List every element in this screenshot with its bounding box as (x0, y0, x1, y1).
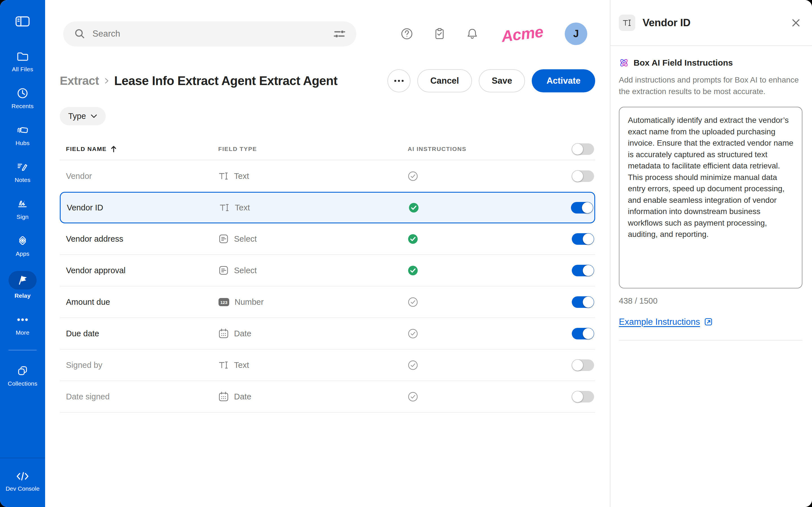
table-row[interactable]: Date signed Date (60, 381, 595, 413)
column-header-field-type[interactable]: FIELD TYPE (218, 146, 408, 152)
field-type-icon (218, 171, 229, 181)
svg-text:123: 123 (220, 300, 227, 304)
search-bar (63, 21, 356, 47)
field-type-icon (218, 233, 229, 244)
type-filter-dropdown[interactable]: Type (60, 107, 106, 125)
header-icons: Acme J (400, 22, 595, 45)
panel-title: Vendor ID (643, 17, 691, 29)
field-name: Vendor approval (66, 266, 218, 275)
table-row[interactable]: Vendor ID Text (60, 192, 595, 223)
field-name: Amount due (66, 297, 218, 307)
panel-body: Box AI Field Instructions Add instructio… (610, 46, 812, 341)
field-type: Text (218, 171, 408, 181)
sidebar-item-dev-console[interactable]: Dev Console (0, 458, 45, 507)
sidebar-item-hubs[interactable]: Hubs (0, 123, 45, 147)
field-enabled-toggle[interactable] (572, 359, 594, 371)
field-type-icon: 123 (218, 298, 230, 306)
ai-instructions-status (408, 360, 561, 371)
field-name: Vendor ID (67, 203, 219, 212)
external-link-icon (704, 318, 713, 327)
example-instructions-link[interactable]: Example Instructions (619, 317, 713, 327)
ai-instructions-status (408, 297, 561, 307)
search-input[interactable] (93, 29, 333, 39)
field-type-icon (218, 360, 229, 371)
table-row[interactable]: Vendor approval Select (60, 255, 595, 286)
sidebar-item-apps[interactable]: Apps (0, 234, 45, 258)
field-enabled-toggle[interactable] (572, 391, 594, 402)
field-type: Text (218, 360, 408, 371)
folder-icon (16, 50, 29, 63)
field-type: Select (218, 233, 408, 244)
field-type: Date (218, 391, 408, 402)
sign-icon (16, 197, 29, 211)
table-row[interactable]: Vendor Text (60, 160, 595, 192)
sidebar-nav: All Files Recents Hubs (0, 50, 45, 387)
main-content: Acme J Extract Lease Info Extract Agent … (45, 0, 610, 507)
type-filter-label: Type (68, 112, 86, 121)
avatar[interactable]: J (565, 22, 587, 45)
sort-ascending-icon (110, 145, 117, 153)
help-icon[interactable] (400, 27, 413, 40)
notes-icon (16, 160, 29, 174)
sidebar: All Files Recents Hubs (0, 0, 45, 507)
table-row[interactable]: Amount due 123 Number (60, 286, 595, 318)
close-icon[interactable] (791, 18, 801, 27)
acme-logo: Acme (500, 22, 544, 46)
sidebar-item-notes[interactable]: Notes (0, 160, 45, 184)
search-filter-icon[interactable] (333, 28, 346, 40)
cancel-button[interactable]: Cancel (417, 69, 472, 93)
notifications-bell-icon[interactable] (466, 27, 479, 40)
save-button[interactable]: Save (479, 69, 525, 93)
sidebar-item-label: Collections (8, 380, 38, 387)
field-enabled-toggle[interactable] (572, 296, 594, 308)
table-row[interactable]: Due date Date (60, 318, 595, 349)
sidebar-item-label: Apps (16, 250, 30, 258)
sidebar-item-more[interactable]: More (0, 313, 45, 336)
field-name: Signed by (66, 360, 218, 370)
sidebar-item-recents[interactable]: Recents (0, 87, 45, 110)
sidebar-item-label: Relay (14, 292, 31, 299)
ai-instructions-status (408, 234, 561, 244)
box-ai-section-header: Box AI Field Instructions (619, 58, 802, 68)
field-type-icon (219, 202, 230, 213)
sidebar-item-relay[interactable]: Relay (0, 271, 45, 299)
sidebar-item-label: Sign (17, 213, 29, 221)
activate-button[interactable]: Activate (532, 69, 595, 93)
sidebar-item-all-files[interactable]: All Files (0, 50, 45, 73)
tasks-clipboard-icon[interactable] (433, 27, 446, 40)
field-enabled-toggle[interactable] (572, 170, 594, 182)
sidebar-item-label: More (16, 329, 30, 336)
ai-instructions-done-icon (408, 265, 418, 276)
column-header-ai-instructions[interactable]: AI INSTRUCTIONS (408, 146, 561, 152)
top-header: Acme J (60, 14, 595, 54)
field-name: Due date (66, 329, 218, 338)
column-header-field-name[interactable]: FIELD NAME (66, 145, 218, 153)
table-row[interactable]: Signed by Text (60, 349, 595, 381)
ai-instructions-done-icon (408, 234, 418, 244)
text-field-type-icon (619, 15, 635, 31)
table-row[interactable]: Vendor address Select (60, 223, 595, 255)
more-options-button[interactable] (388, 69, 410, 93)
field-enabled-toggle[interactable] (572, 233, 594, 245)
field-enabled-toggle[interactable] (572, 265, 594, 276)
field-enabled-toggle[interactable] (572, 328, 594, 339)
sidebar-item-collections[interactable]: Collections (0, 364, 45, 387)
ai-instructions-empty-icon (408, 392, 418, 402)
box-ai-section-title: Box AI Field Instructions (633, 58, 733, 68)
sidebar-item-sign[interactable]: Sign (0, 197, 45, 221)
sidebar-divider (8, 350, 37, 350)
breadcrumb-extract[interactable]: Extract (60, 74, 99, 88)
sidebar-item-label: Dev Console (6, 485, 40, 492)
ai-instructions-status (408, 171, 561, 181)
ai-instructions-textarea[interactable]: Automatically identify and extract the v… (619, 107, 802, 288)
field-enabled-toggle[interactable] (571, 202, 593, 214)
ai-instructions-empty-icon (408, 328, 418, 339)
sidebar-collapse-icon[interactable] (15, 16, 30, 27)
field-type-icon (218, 391, 229, 402)
fields-table: FIELD NAME FIELD TYPE AI INSTRUCTIONS Ve… (60, 138, 595, 413)
relay-flag-icon (8, 271, 37, 290)
ai-instructions-status (409, 203, 560, 213)
field-type-icon (218, 265, 229, 276)
field-type-icon (218, 328, 229, 339)
header-ai-toggle[interactable] (572, 144, 594, 155)
